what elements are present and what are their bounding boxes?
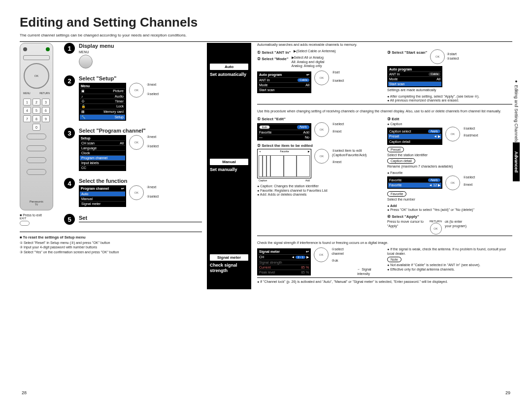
dpad-small-icon: OK (129, 185, 144, 200)
intro-text: The current channel settings can be chan… (20, 33, 512, 37)
mid-auto-label: Set automatically (210, 72, 248, 77)
manual-intro: Use this procedure when changing setting… (257, 109, 512, 114)
preset-button: Preset (387, 147, 404, 152)
page-number-left: 28 (22, 390, 27, 395)
exit-label: ■ Press to exit (20, 213, 58, 217)
remote-illustration: MENURETURN 123 456 789 0 Panasonic TV (20, 43, 53, 210)
mid-manual-button: Manual (210, 159, 248, 165)
caption-osd: Caption selectApply Preset◄ ▶ Caption de… (387, 128, 442, 145)
step-5-title: Set (79, 215, 202, 222)
step-1-title: Display menu (79, 43, 202, 49)
reset-heading: ■ To reset the settings of Setup menu (20, 235, 202, 240)
favorite-osd: FavoriteApply Favorite◄ 12 ▶ (387, 176, 442, 189)
auto-program-osd-right: Auto program ANT InCable ModeAll Start s… (387, 66, 442, 87)
footer-note: ● If "Channel lock" (p. 26) is activated… (257, 280, 512, 284)
manual-edit-osd: EditApply FavoriteAdd —No (257, 123, 311, 140)
mid-signal-label: Check signal strength (210, 263, 248, 274)
note-badge: Note (387, 257, 401, 262)
menu-button-icon (79, 55, 93, 68)
sidebar-advanced-tab: Advanced (513, 142, 520, 181)
reset-line-3: ③ Select "Yes" on the confirmation scree… (20, 250, 202, 255)
auto-program-osd-left: Auto program↩ ANT InCable ModeAll Start … (257, 71, 311, 93)
step-2-badge: 2 (64, 75, 75, 86)
dpad-icon (24, 63, 49, 89)
step-1-badge: 1 (64, 43, 75, 54)
caption-detail-button: Caption detail (387, 158, 415, 164)
program-channel-osd: Program channel↩ Auto Manual Signal mete… (79, 185, 126, 207)
signal-meter-osd: Signal meter↩ CH◄ 2 - 1 ▶ Signal strengt… (257, 248, 311, 275)
step-3-title: Select "Program channel" (79, 128, 202, 134)
signal-intro: Check the signal strength if interferenc… (257, 241, 512, 245)
step-3-badge: 3 (64, 128, 75, 138)
dpad-small-icon: OK (129, 83, 144, 98)
page-number-right: 29 (505, 390, 510, 395)
mid-signal-button: Signal meter (210, 254, 248, 261)
step-4-title: Select the function (79, 178, 202, 184)
page-title: Editing and Setting Channels (20, 15, 512, 30)
auto-intro: Automatically searches and adds receivab… (257, 43, 512, 47)
favorite-button: Favorite (387, 191, 406, 197)
dpad-small-icon: OK (129, 135, 144, 150)
edit-grid-icon: ◄Favorite▶ Caption Add (257, 149, 311, 178)
step-2-title: Select "Setup" (79, 75, 202, 81)
step-5-badge: 5 (64, 214, 75, 225)
mid-auto-button: Auto (210, 64, 248, 70)
setup-osd: Setup CH scanAll Language Clock Program … (79, 135, 126, 171)
mid-manual-label: Set manually (210, 167, 248, 172)
menu-osd: Menu ▣ Picture ♪ Audio ⏲ Timer 🔒 Lock ▤ … (79, 83, 126, 121)
reset-line-1: ① Select "Reset" in Setup menu (②) and p… (20, 240, 202, 245)
sidebar-section-label: ● Editing and Setting Channels (514, 79, 519, 142)
reset-line-2: ② Input your 4-digit password with numbe… (20, 245, 202, 250)
step-4-badge: 4 (64, 178, 75, 189)
